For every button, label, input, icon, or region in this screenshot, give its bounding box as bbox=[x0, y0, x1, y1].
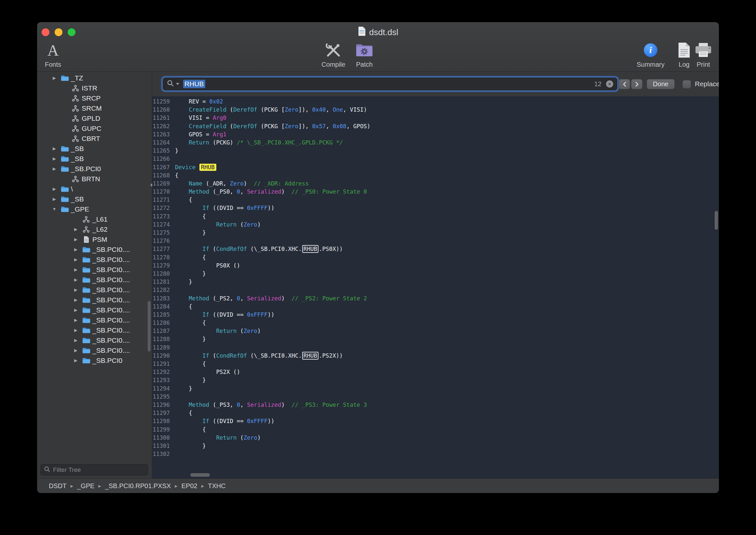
find-previous-button[interactable] bbox=[619, 79, 630, 89]
code-line[interactable]: 11269 Name (_ADR, Zero) // _ADR: Address bbox=[152, 180, 719, 188]
sidebar-scrollbar-thumb[interactable] bbox=[148, 301, 150, 352]
sidebar-item-sb-pci0[interactable]: ▶_SB.PCI0.... bbox=[37, 285, 152, 295]
sidebar-item-sb-pci0[interactable]: ▶_SB.PCI0.... bbox=[37, 275, 152, 285]
code-line[interactable]: 11294 } bbox=[152, 385, 719, 393]
code-line[interactable]: 11299 { bbox=[152, 426, 719, 434]
sidebar-item-sb-pci0[interactable]: ▶_SB.PCI0 bbox=[37, 164, 152, 174]
code-line[interactable]: 11262 CreateField (DerefOf (PCKG [Zero])… bbox=[152, 122, 719, 130]
sidebar-item-sb-pci0[interactable]: ▶_SB.PCI0.... bbox=[37, 345, 152, 355]
fonts-button[interactable]: A Fonts bbox=[38, 42, 68, 68]
sidebar-item-sb[interactable]: ▶_SB bbox=[37, 194, 152, 204]
code-line[interactable]: 11288 } bbox=[152, 335, 719, 343]
replace-checkbox[interactable] bbox=[683, 80, 691, 89]
sidebar-item-cbrt[interactable]: CBRT bbox=[37, 133, 152, 144]
sidebar-item-root[interactable]: ▶\ bbox=[37, 184, 152, 194]
code-line[interactable]: 11274 Return (Zero) bbox=[152, 221, 719, 229]
sidebar-item-sb[interactable]: ▶_SB bbox=[37, 154, 152, 164]
clear-search-button[interactable]: ✕ bbox=[606, 80, 613, 88]
code-line[interactable]: 11270 Method (_PS0, 0, Serialized) // _P… bbox=[152, 188, 719, 196]
code-line[interactable]: 11278 { bbox=[152, 254, 719, 262]
sidebar-item-sb-pci0[interactable]: ▶_SB.PCI0.... bbox=[37, 244, 152, 254]
disclosure-right-icon[interactable]: ▶ bbox=[71, 267, 81, 272]
sidebar-item-istr[interactable]: ISTR bbox=[37, 83, 152, 93]
patch-button[interactable]: Patch bbox=[349, 42, 380, 68]
sidebar-item-gupc[interactable]: GUPC bbox=[37, 123, 152, 133]
disclosure-right-icon[interactable]: ▶ bbox=[71, 348, 81, 353]
disclosure-right-icon[interactable]: ▶ bbox=[49, 197, 59, 201]
disclosure-right-icon[interactable]: ▶ bbox=[49, 156, 59, 161]
disclosure-right-icon[interactable]: ▶ bbox=[71, 257, 81, 262]
code-line[interactable]: 11280 } bbox=[152, 270, 719, 278]
code-line[interactable]: 11285 If ((DVID == 0xFFFF)) bbox=[152, 311, 719, 319]
code-line[interactable]: 11300 Return (Zero) bbox=[152, 434, 719, 442]
editor-vertical-scrollbar-thumb[interactable] bbox=[715, 211, 718, 230]
find-next-button[interactable] bbox=[631, 79, 642, 89]
filter-tree-field[interactable] bbox=[40, 464, 148, 475]
sidebar-item-gpe[interactable]: ▼_GPE bbox=[37, 204, 152, 214]
disclosure-right-icon[interactable]: ▶ bbox=[71, 287, 81, 292]
disclosure-right-icon[interactable]: ▶ bbox=[49, 75, 59, 80]
code-line[interactable]: 11259 REV = 0x02 bbox=[152, 98, 719, 106]
code-line[interactable]: 11263 GPOS = Arg1 bbox=[152, 130, 719, 139]
disclosure-right-icon[interactable]: ▶ bbox=[71, 318, 81, 323]
code-line[interactable]: 11291 { bbox=[152, 360, 719, 368]
code-line[interactable]: 11298 If ((DVID == 0xFFFF)) bbox=[152, 417, 719, 425]
filter-tree-input[interactable] bbox=[53, 466, 145, 473]
code-editor[interactable]: 11259 REV = 0x0211260 CreateField (Deref… bbox=[152, 96, 719, 478]
code-line[interactable]: 11264 Return (PCKG) /* \_SB_.PCI0.XHC_.G… bbox=[152, 139, 719, 147]
search-options-chevron-icon[interactable] bbox=[176, 83, 179, 85]
sidebar-item-psm[interactable]: ▶PSM bbox=[37, 234, 152, 244]
sidebar-item-sb-pci0[interactable]: ▶_SB.PCI0.... bbox=[37, 315, 152, 325]
code-line[interactable]: 11302 bbox=[152, 450, 719, 458]
disclosure-right-icon[interactable]: ▶ bbox=[71, 227, 81, 232]
code-line[interactable]: 11267Device RHUB bbox=[152, 163, 719, 172]
sidebar-item-tz[interactable]: ▶_TZ bbox=[37, 73, 152, 83]
search-input[interactable]: RHUB bbox=[183, 80, 205, 88]
code-line[interactable]: 11271 { bbox=[152, 196, 719, 204]
code-line[interactable]: 11281 } bbox=[152, 278, 719, 286]
sidebar-item-srcp[interactable]: SRCP bbox=[37, 93, 152, 103]
editor-horizontal-scrollbar-thumb[interactable] bbox=[190, 473, 210, 477]
code-line[interactable]: 11301 } bbox=[152, 442, 719, 450]
find-match-current[interactable]: RHUB bbox=[200, 164, 216, 171]
print-button[interactable]: Print bbox=[690, 42, 716, 68]
code-line[interactable]: 11279 PS0X () bbox=[152, 262, 719, 270]
breadcrumb-item[interactable]: TXHC bbox=[208, 482, 226, 490]
code-line[interactable]: 11260 CreateField (DerefOf (PCKG [Zero])… bbox=[152, 106, 719, 114]
disclosure-right-icon[interactable]: ▶ bbox=[71, 338, 81, 343]
code-line[interactable]: 11290 If (CondRefOf (\_SB.PCI0.XHC.RHUB.… bbox=[152, 352, 719, 360]
compile-button[interactable]: Compile bbox=[318, 42, 349, 68]
sidebar-item-sb-pci0[interactable]: ▶_SB.PCI0.... bbox=[37, 254, 152, 265]
sidebar-item-gpld[interactable]: GPLD bbox=[37, 113, 152, 123]
find-match-outline[interactable]: RHUB bbox=[302, 245, 318, 253]
code-line[interactable]: 11275 } bbox=[152, 229, 719, 237]
sidebar-item-l61[interactable]: _L61 bbox=[37, 214, 152, 224]
code-line[interactable]: 11268{ bbox=[152, 172, 719, 180]
breadcrumb-item[interactable]: _GPE bbox=[77, 482, 94, 490]
disclosure-right-icon[interactable]: ▶ bbox=[49, 146, 59, 151]
disclosure-right-icon[interactable]: ▶ bbox=[71, 247, 81, 252]
code-line[interactable]: 11283 Method (_PS2, 0, Serialized) // _P… bbox=[152, 295, 719, 303]
code-line[interactable]: 11284 { bbox=[152, 303, 719, 311]
disclosure-right-icon[interactable]: ▶ bbox=[49, 166, 59, 171]
code-line[interactable]: 11276 bbox=[152, 237, 719, 245]
code-line[interactable]: 11273 { bbox=[152, 212, 719, 221]
done-button[interactable]: Done bbox=[647, 79, 675, 89]
code-line[interactable]: 11277 If (CondRefOf (\_SB.PCI0.XHC.RHUB.… bbox=[152, 245, 719, 253]
code-line[interactable]: 11286 { bbox=[152, 319, 719, 327]
code-line[interactable]: 11287 Return (Zero) bbox=[152, 327, 719, 335]
breadcrumb-item[interactable]: _SB.PCI0.RP01.PXSX bbox=[105, 482, 171, 490]
sidebar-item-brtn[interactable]: BRTN bbox=[37, 174, 152, 184]
sidebar-item-sb[interactable]: ▶_SB bbox=[37, 144, 152, 154]
sidebar-item-sb-pci0[interactable]: ▶_SB.PCI0.... bbox=[37, 295, 152, 305]
disclosure-right-icon[interactable]: ▶ bbox=[71, 308, 81, 312]
code-line[interactable]: 11295 bbox=[152, 393, 719, 401]
code-line[interactable]: 11297 { bbox=[152, 409, 719, 417]
sidebar-item-sb-pci0[interactable]: ▶_SB.PCI0 bbox=[37, 355, 152, 365]
disclosure-right-icon[interactable]: ▶ bbox=[71, 297, 81, 302]
sidebar-item-sb-pci0[interactable]: ▶_SB.PCI0.... bbox=[37, 325, 152, 335]
disclosure-right-icon[interactable]: ▶ bbox=[49, 186, 59, 191]
code-line[interactable]: 11296 Method (_PS3, 0, Serialized) // _P… bbox=[152, 401, 719, 409]
disclosure-right-icon[interactable]: ▶ bbox=[71, 358, 81, 363]
code-line[interactable]: 11266 bbox=[152, 155, 719, 163]
